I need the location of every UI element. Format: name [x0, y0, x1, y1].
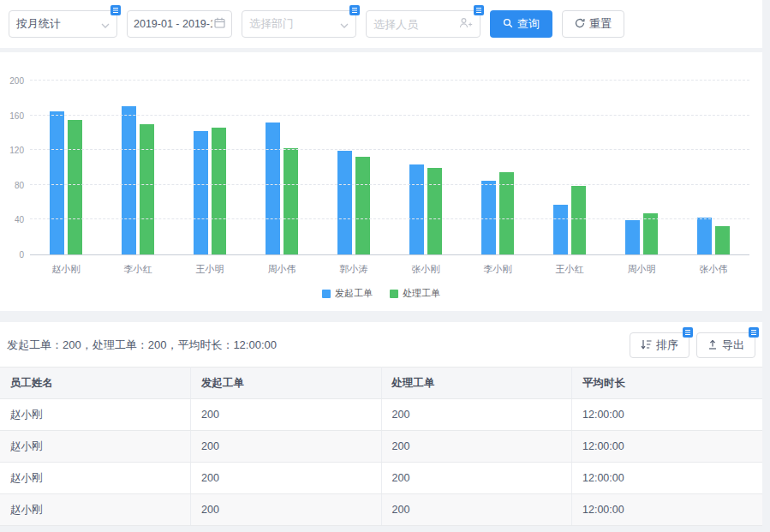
table-header-cell: 员工姓名: [0, 368, 191, 399]
legend-label: 发起工单: [335, 287, 373, 300]
bar-处理工单: [140, 124, 154, 254]
bar-group: [122, 106, 154, 254]
bar-发起工单: [697, 218, 712, 254]
gridline: [30, 149, 749, 150]
bar-处理工单: [571, 186, 586, 254]
table-cell: 200: [191, 463, 382, 494]
gridline: [30, 80, 749, 81]
table-row: 赵小刚20020012:00:00: [0, 494, 762, 526]
department-select[interactable]: 选择部门: [242, 10, 356, 38]
legend-item[interactable]: 发起工单: [322, 287, 373, 300]
bar-group: [625, 213, 658, 254]
reset-button[interactable]: 重置: [562, 10, 624, 38]
personnel-input[interactable]: [366, 10, 481, 38]
x-axis-label: 李小刚: [481, 263, 515, 276]
chart-legend: 发起工单处理工单: [0, 287, 762, 300]
bar-发起工单: [553, 205, 568, 254]
sort-icon: [641, 339, 652, 352]
filter-toolbar: 按月统计 选择部门: [0, 0, 762, 48]
chevron-down-icon: [101, 18, 110, 31]
export-icon: [707, 339, 718, 352]
stat-type-value: 按月统计: [16, 16, 61, 32]
bar-发起工单: [122, 106, 136, 254]
date-range-input[interactable]: [127, 10, 232, 38]
results-panel: 发起工单：200，处理工单：200，平均时长：12:00:00 排序 导出: [0, 322, 762, 526]
bar-发起工单: [409, 164, 424, 254]
table-cell: 赵小刚: [0, 494, 191, 526]
list-badge-icon: [683, 327, 693, 338]
table-body: 赵小刚20020012:00:00赵小刚20020012:00:00赵小刚200…: [0, 399, 762, 526]
sort-button[interactable]: 排序: [630, 332, 689, 358]
bar-处理工单: [715, 226, 730, 254]
person-add-icon: [459, 17, 473, 31]
table-cell: 200: [191, 399, 382, 431]
y-axis-tick: 160: [2, 111, 24, 121]
bar-发起工单: [625, 220, 640, 254]
table-cell: 12:00:00: [572, 463, 763, 494]
table-cell: 12:00:00: [572, 494, 763, 526]
table-header-cell: 平均时长: [572, 368, 763, 399]
x-axis-label: 张小刚: [409, 263, 443, 276]
table-cell: 12:00:00: [572, 431, 763, 463]
y-axis-tick: 200: [2, 76, 24, 86]
x-axis-label: 王小红: [552, 263, 587, 276]
bar-发起工单: [266, 123, 280, 254]
x-axis-label: 周小明: [624, 263, 659, 276]
search-icon: [503, 18, 513, 31]
table-cell: 200: [381, 463, 572, 494]
bar-group: [50, 111, 82, 254]
stat-type-select[interactable]: 按月统计: [9, 10, 117, 38]
table-cell: 赵小刚: [0, 463, 191, 494]
table-cell: 200: [191, 494, 382, 526]
bar-groups: [30, 81, 749, 254]
table-cell: 12:00:00: [572, 399, 763, 431]
export-label: 导出: [722, 338, 744, 353]
x-axis-label: 赵小刚: [49, 263, 83, 276]
bar-group: [194, 128, 226, 254]
export-button[interactable]: 导出: [696, 332, 755, 358]
date-range-value[interactable]: [134, 18, 212, 30]
bar-处理工单: [643, 213, 658, 254]
table-row: 赵小刚20020012:00:00: [0, 431, 762, 463]
chevron-down-icon: [340, 18, 349, 31]
bar-发起工单: [50, 111, 64, 254]
bar-处理工单: [68, 120, 82, 254]
bar-处理工单: [284, 148, 298, 254]
bar-group: [697, 218, 730, 254]
reset-label: 重置: [589, 16, 612, 32]
table-header-row: 员工姓名发起工单处理工单平均时长: [0, 368, 762, 399]
chart-panel: 04080120160200 赵小刚李小红王小明周小伟郭小涛张小刚李小刚王小红周…: [0, 52, 762, 311]
table-cell: 200: [381, 399, 572, 431]
legend-item[interactable]: 处理工单: [390, 287, 440, 300]
list-badge-icon: [110, 5, 121, 15]
legend-swatch: [322, 290, 331, 298]
x-axis-label: 李小红: [121, 263, 155, 276]
x-axis-label: 周小伟: [265, 263, 299, 276]
department-placeholder: 选择部门: [249, 16, 294, 32]
gridline: [30, 115, 749, 116]
refresh-icon: [575, 18, 585, 31]
table-cell: 赵小刚: [0, 399, 191, 431]
y-axis-tick: 40: [2, 215, 24, 224]
table-row: 赵小刚20020012:00:00: [0, 399, 762, 431]
y-axis-tick: 80: [2, 181, 24, 190]
bar-发起工单: [337, 151, 352, 254]
table-cell: 200: [381, 494, 572, 526]
bar-发起工单: [481, 181, 496, 254]
gridline: [30, 184, 749, 185]
bar-group: [553, 186, 586, 254]
bar-处理工单: [212, 128, 226, 254]
bar-处理工单: [355, 157, 370, 254]
personnel-field[interactable]: [373, 18, 459, 31]
legend-label: 处理工单: [403, 287, 440, 300]
query-label: 查询: [517, 16, 540, 32]
query-button[interactable]: 查询: [490, 10, 552, 38]
bar-处理工单: [427, 168, 442, 255]
summary-text: 发起工单：200，处理工单：200，平均时长：12:00:00: [7, 338, 277, 353]
x-axis-label: 张小伟: [696, 263, 731, 276]
table-header-cell: 发起工单: [191, 368, 382, 399]
legend-swatch: [390, 290, 398, 298]
results-table: 员工姓名发起工单处理工单平均时长 赵小刚20020012:00:00赵小刚200…: [0, 367, 762, 526]
summary-actions: 排序 导出: [630, 332, 755, 358]
x-axis-label: 郭小涛: [337, 263, 371, 276]
